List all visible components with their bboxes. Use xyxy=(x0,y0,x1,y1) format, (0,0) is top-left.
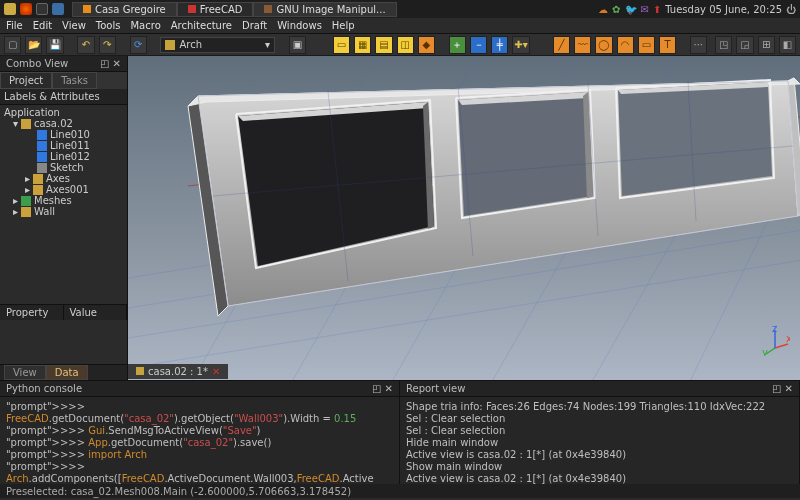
system-tray: ☁ ✿ 🐦 ✉ ⬆ Tuesday 05 June, 20:25 ⏻ xyxy=(598,4,796,15)
arch-floor-icon[interactable]: ▤ xyxy=(375,36,392,54)
cloud-icon[interactable]: ☁ xyxy=(598,4,608,15)
toolbar-right-2-icon[interactable]: ◲ xyxy=(736,36,753,54)
app-icon xyxy=(83,5,91,13)
axis-gizmo[interactable]: xyz xyxy=(760,326,790,356)
arch-structure-icon[interactable]: ▦ xyxy=(354,36,371,54)
bird-icon[interactable]: 🐦 xyxy=(625,4,637,15)
close-icon[interactable]: ✕ xyxy=(385,383,393,394)
macro-record-icon[interactable]: ▣ xyxy=(289,36,306,54)
tree-app[interactable]: Application xyxy=(2,107,125,118)
combo-view-title-label: Combo View xyxy=(6,58,68,69)
redo-icon[interactable]: ↷ xyxy=(99,36,116,54)
python-console-body[interactable]: "prompt">>>> FreeCAD.getDocument("casa_0… xyxy=(0,397,399,484)
arch-section-icon[interactable]: ✚▾ xyxy=(512,36,529,54)
toolbar-more-icon[interactable]: ⋯ xyxy=(690,36,707,54)
tree-item-meshes[interactable]: ▸Meshes xyxy=(2,195,125,206)
menu-architecture[interactable]: Architecture xyxy=(171,20,232,31)
menu-edit[interactable]: Edit xyxy=(33,20,52,31)
terminal-icon[interactable] xyxy=(36,3,48,15)
menu-file[interactable]: File xyxy=(6,20,23,31)
viewport-doc-tab[interactable]: casa.02 : 1* ✕ xyxy=(128,364,228,379)
tree-item-label: Sketch xyxy=(50,162,84,173)
draft-text-icon[interactable]: T xyxy=(659,36,676,54)
status-bar: Preselected: casa_02.Mesh008.Main (-2.60… xyxy=(0,484,800,498)
tree-item-label: Line010 xyxy=(50,129,90,140)
tree-item-line012[interactable]: Line012 xyxy=(2,151,125,162)
menu-tools[interactable]: Tools xyxy=(96,20,121,31)
report-view-body[interactable]: Shape tria info: Faces:26 Edges:74 Nodes… xyxy=(400,397,799,484)
close-icon[interactable]: ✕ xyxy=(113,58,121,69)
draft-circle-icon[interactable]: ◯ xyxy=(595,36,612,54)
arch-site-icon[interactable]: ◆ xyxy=(418,36,435,54)
window-tab-2[interactable]: GNU Image Manipul... xyxy=(253,2,396,17)
chat-icon[interactable]: ✉ xyxy=(641,4,649,15)
draft-arc-icon[interactable]: ◠ xyxy=(617,36,634,54)
window-tab-0[interactable]: Casa Gregoire xyxy=(72,2,177,17)
combo-view: Combo View ◰ ✕ Project Tasks Labels & At… xyxy=(0,56,128,380)
toolbar-main: ▢ 📂 💾 ↶ ↷ ⟳ Arch ▾ ▣ ▭ ▦ ▤ ◫ ◆ ＋ － ╪ ✚▾ … xyxy=(0,34,800,56)
leaf-icon[interactable]: ✿ xyxy=(612,4,620,15)
open-icon[interactable]: 📂 xyxy=(25,36,42,54)
close-icon[interactable]: ✕ xyxy=(785,383,793,394)
refresh-icon[interactable]: ⟳ xyxy=(130,36,147,54)
arch-add-icon[interactable]: ＋ xyxy=(449,36,466,54)
draft-line-icon[interactable]: ╱ xyxy=(553,36,570,54)
tree-item-line011[interactable]: Line011 xyxy=(2,140,125,151)
tree-item-wall[interactable]: ▸Wall xyxy=(2,206,125,217)
toolbar-right-4-icon[interactable]: ◧ xyxy=(779,36,796,54)
tree-item-line010[interactable]: Line010 xyxy=(2,129,125,140)
draft-rect-icon[interactable]: ▭ xyxy=(638,36,655,54)
menu-windows[interactable]: Windows xyxy=(277,20,322,31)
app-icon xyxy=(188,5,196,13)
arch-remove-icon[interactable]: － xyxy=(470,36,487,54)
tree-item-label: Wall xyxy=(34,206,55,217)
tree-item-sketch[interactable]: Sketch xyxy=(2,162,125,173)
undock-icon[interactable]: ◰ xyxy=(372,383,381,394)
menu-help[interactable]: Help xyxy=(332,20,355,31)
undock-icon[interactable]: ◰ xyxy=(772,383,781,394)
firefox-icon[interactable] xyxy=(20,3,32,15)
arch-wall-icon[interactable]: ▭ xyxy=(333,36,350,54)
updates-icon[interactable]: ⬆ xyxy=(653,4,661,15)
mesh-icon xyxy=(21,196,31,206)
tab-data[interactable]: Data xyxy=(46,365,88,380)
arch-building-icon[interactable]: ◫ xyxy=(397,36,414,54)
undock-icon[interactable]: ◰ xyxy=(100,58,109,69)
property-header-value: Value xyxy=(64,305,128,320)
toolbar-right-3-icon[interactable]: ⊞ xyxy=(758,36,775,54)
undo-icon[interactable]: ↶ xyxy=(77,36,94,54)
files-icon[interactable] xyxy=(52,3,64,15)
workbench-label: Arch xyxy=(179,39,202,50)
panel-launchers xyxy=(4,3,64,15)
tree-item-axes001[interactable]: ▸Axes001 xyxy=(2,184,125,195)
arch-axis-icon[interactable]: ╪ xyxy=(491,36,508,54)
combo-view-title: Combo View ◰ ✕ xyxy=(0,56,127,72)
clock[interactable]: Tuesday 05 June, 20:25 xyxy=(665,4,782,15)
save-icon[interactable]: 💾 xyxy=(46,36,63,54)
window-tab-1[interactable]: FreeCAD xyxy=(177,2,254,17)
toolbar-right-1-icon[interactable]: ◳ xyxy=(715,36,732,54)
expander-icon[interactable]: ▸ xyxy=(13,195,18,206)
tree-item-axes[interactable]: ▸Axes xyxy=(2,173,125,184)
3d-viewport[interactable]: xyz casa.02 : 1* ✕ xyxy=(128,56,800,380)
model-tree[interactable]: Application ▾casa.02 Line010 Line011 Lin… xyxy=(0,105,127,304)
draft-wire-icon[interactable]: 〰 xyxy=(574,36,591,54)
tab-tasks[interactable]: Tasks xyxy=(52,72,97,89)
shutdown-icon[interactable]: ⏻ xyxy=(786,4,796,15)
ubuntu-icon[interactable] xyxy=(4,3,16,15)
expander-icon[interactable]: ▸ xyxy=(25,184,30,195)
close-icon[interactable]: ✕ xyxy=(212,366,220,377)
menu-draft[interactable]: Draft xyxy=(242,20,267,31)
menu-view[interactable]: View xyxy=(62,20,86,31)
python-console: Python console ◰ ✕ "prompt">>>> FreeCAD.… xyxy=(0,381,400,484)
tree-item-label: Meshes xyxy=(34,195,72,206)
expander-icon[interactable]: ▸ xyxy=(25,173,30,184)
tab-project[interactable]: Project xyxy=(0,72,52,89)
menu-macro[interactable]: Macro xyxy=(130,20,160,31)
expander-icon[interactable]: ▸ xyxy=(13,206,18,217)
workbench-selector[interactable]: Arch ▾ xyxy=(160,37,275,53)
tab-view[interactable]: View xyxy=(4,365,46,380)
new-icon[interactable]: ▢ xyxy=(4,36,21,54)
tree-doc[interactable]: ▾casa.02 xyxy=(2,118,125,129)
expander-icon[interactable]: ▾ xyxy=(13,118,18,129)
